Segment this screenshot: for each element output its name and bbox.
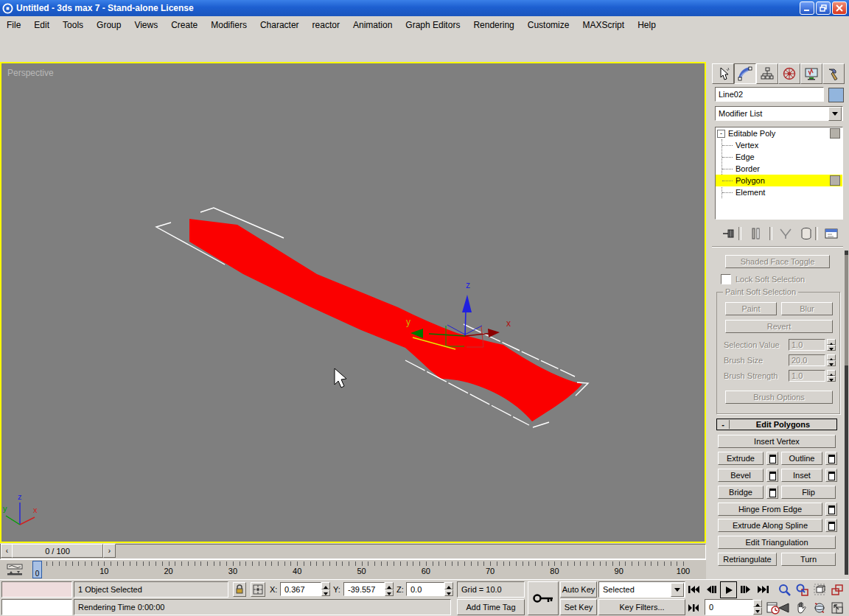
red-poly-object[interactable]: [189, 219, 582, 421]
current-frame-field[interactable]: 0: [705, 599, 753, 615]
zoom-icon[interactable]: [776, 581, 792, 597]
brush-options-button[interactable]: Brush Options: [725, 391, 833, 404]
bevel-settings-button[interactable]: [766, 469, 778, 482]
flip-button[interactable]: Flip: [781, 486, 836, 499]
modifier-list-dropdown[interactable]: Modifier List: [715, 106, 843, 121]
zoom-extents-all-icon[interactable]: [829, 581, 845, 597]
y-coord-spinner[interactable]: [385, 582, 394, 596]
brush-strength-spinner[interactable]: [827, 370, 836, 382]
tab-hierarchy[interactable]: [756, 63, 778, 84]
stack-item-edge[interactable]: Edge: [716, 151, 842, 163]
paint-button[interactable]: Paint: [725, 302, 777, 315]
extrude-along-spline-settings-button[interactable]: [825, 519, 837, 532]
panel-scrollbar[interactable]: [845, 251, 848, 575]
z-coord-field[interactable]: 0.0: [406, 582, 444, 596]
open-mini-curve-editor-button[interactable]: [3, 561, 27, 578]
insert-vertex-button[interactable]: Insert Vertex: [718, 435, 836, 448]
field-of-view-icon[interactable]: [776, 600, 792, 615]
z-coord-spinner[interactable]: [444, 582, 453, 596]
menu-item-file[interactable]: File: [0, 18, 27, 32]
revert-button[interactable]: Revert: [725, 320, 833, 333]
object-color-swatch[interactable]: [828, 88, 844, 102]
menu-item-views[interactable]: Views: [127, 18, 164, 32]
chevron-down-icon[interactable]: [828, 107, 842, 121]
next-frame-button[interactable]: [738, 581, 753, 597]
menu-item-edit[interactable]: Edit: [27, 18, 56, 32]
selection-value-field[interactable]: 1.0: [789, 339, 825, 351]
arc-rotate-icon[interactable]: [811, 600, 827, 615]
go-to-end-button[interactable]: [755, 581, 771, 597]
stack-item-editable-poly[interactable]: -Editable Poly: [716, 127, 842, 139]
menu-item-tools[interactable]: Tools: [56, 18, 90, 32]
edit-polygons-rollout-header[interactable]: - Edit Polygons: [716, 419, 837, 430]
blur-button[interactable]: Blur: [781, 302, 833, 315]
stack-expand-icon[interactable]: -: [717, 130, 725, 138]
remove-modifier-icon[interactable]: [797, 225, 815, 242]
hinge-from-edge-button[interactable]: Hinge From Edge: [718, 503, 822, 516]
x-coord-spinner[interactable]: [321, 582, 330, 596]
timeline-frame-thumb[interactable]: 0: [32, 561, 42, 578]
add-time-tag-button[interactable]: Add Time Tag: [457, 599, 525, 615]
object-name-field[interactable]: Line02: [715, 87, 824, 102]
menu-item-modifiers[interactable]: Modifiers: [204, 18, 254, 32]
rollout-collapse-icon[interactable]: -: [717, 420, 730, 429]
shaded-face-toggle-button[interactable]: Shaded Face Toggle: [725, 255, 830, 268]
track-bar[interactable]: 0102030405060708090100 0: [0, 559, 706, 580]
brush-strength-field[interactable]: 1.0: [789, 370, 825, 382]
set-key-button[interactable]: Set Key: [560, 599, 597, 615]
inset-settings-button[interactable]: [825, 469, 837, 482]
viewport-label[interactable]: Perspective: [7, 68, 54, 78]
absolute-offset-toggle[interactable]: [251, 582, 265, 597]
bevel-button[interactable]: Bevel: [718, 469, 764, 482]
min-max-toggle-icon[interactable]: [829, 600, 845, 615]
tab-create[interactable]: [712, 63, 734, 84]
minimize-button[interactable]: [800, 1, 814, 15]
brush-size-spinner[interactable]: [827, 354, 836, 366]
tab-modify[interactable]: [734, 63, 756, 84]
turn-button[interactable]: Turn: [781, 553, 836, 566]
play-button[interactable]: [720, 581, 737, 598]
stack-item-polygon[interactable]: Polygon: [716, 175, 842, 186]
inset-button[interactable]: Inset: [781, 469, 822, 482]
make-unique-icon[interactable]: [777, 225, 794, 242]
extrude-settings-button[interactable]: [766, 452, 778, 465]
menu-item-create[interactable]: Create: [164, 18, 204, 32]
outline-settings-button[interactable]: [825, 452, 837, 465]
outline-button[interactable]: Outline: [781, 452, 822, 465]
stack-item-element[interactable]: Element: [716, 186, 842, 198]
go-to-start-button[interactable]: [685, 581, 701, 597]
configure-modifier-sets-icon[interactable]: [822, 225, 840, 242]
edit-triangulation-button[interactable]: Edit Triangulation: [718, 536, 836, 549]
stack-item-border[interactable]: Border: [716, 163, 842, 175]
brush-size-field[interactable]: 20.0: [789, 354, 825, 366]
pan-hand-icon[interactable]: [794, 600, 809, 615]
selection-lock-toggle[interactable]: [233, 582, 246, 597]
key-mode-toggle-button[interactable]: [685, 600, 701, 615]
panel-scrollbar-thumb[interactable]: [845, 255, 848, 365]
perspective-viewport[interactable]: Perspective z x y: [0, 62, 706, 543]
zoom-extents-icon[interactable]: [811, 581, 827, 597]
hinge-from-edge-settings-button[interactable]: [825, 503, 837, 516]
restore-button[interactable]: [816, 1, 831, 15]
menu-item-character[interactable]: Character: [254, 18, 306, 32]
show-end-result-icon[interactable]: [747, 225, 765, 242]
pin-stack-icon[interactable]: [719, 225, 737, 242]
extrude-along-spline-button[interactable]: Extrude Along Spline: [718, 519, 822, 532]
selection-value-spinner[interactable]: [827, 339, 836, 351]
close-button[interactable]: [832, 1, 847, 15]
frame-spinner[interactable]: [753, 600, 762, 615]
next-frame-arrow[interactable]: ›: [103, 544, 116, 558]
menu-item-customize[interactable]: Customize: [521, 18, 576, 32]
x-coord-field[interactable]: 0.367: [280, 582, 321, 596]
menu-item-reactor[interactable]: reactor: [306, 18, 346, 32]
stack-item-vertex[interactable]: Vertex: [716, 139, 842, 151]
menu-item-maxscript[interactable]: MAXScript: [576, 18, 631, 32]
auto-key-button[interactable]: Auto Key: [560, 581, 597, 598]
tab-display[interactable]: [800, 63, 822, 84]
time-slider-button[interactable]: 0 / 100: [12, 544, 103, 558]
menu-item-help[interactable]: Help: [631, 18, 663, 32]
zoom-all-icon[interactable]: [794, 581, 809, 597]
lock-soft-selection-checkbox[interactable]: [721, 274, 731, 284]
chevron-down-icon[interactable]: [671, 583, 684, 597]
bridge-button[interactable]: Bridge: [718, 486, 764, 499]
